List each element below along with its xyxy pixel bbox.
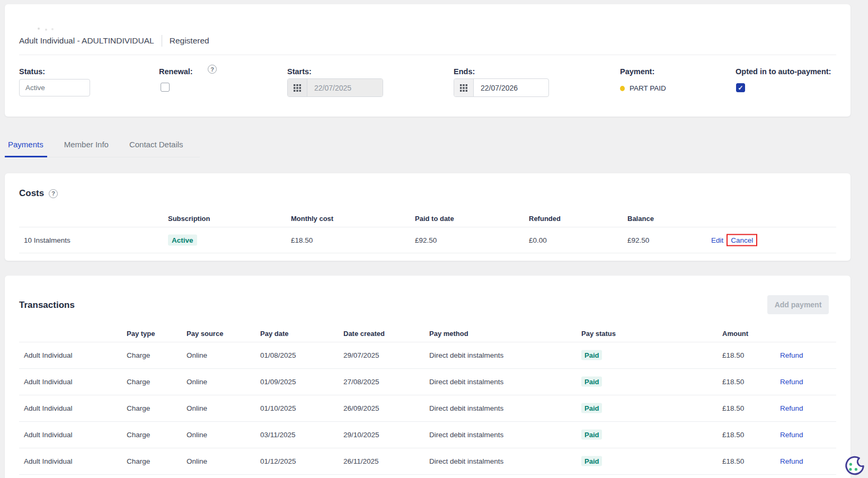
trans-date-created: 26/09/2025 bbox=[343, 404, 379, 412]
trans-name: Adult Individual bbox=[24, 457, 73, 465]
trans-col-pay-status: Pay status bbox=[581, 330, 616, 338]
trans-name: Adult Individual bbox=[24, 378, 73, 386]
table-row: Adult Individual Charge Online 01/08/202… bbox=[5, 342, 851, 368]
edit-link[interactable]: Edit bbox=[711, 236, 723, 244]
pay-status-badge: Paid bbox=[581, 456, 602, 466]
renewal-checkbox[interactable] bbox=[161, 83, 170, 92]
starts-date-value: 22/07/2025 bbox=[307, 79, 383, 96]
costs-paid-to-date: £92.50 bbox=[415, 236, 437, 244]
trans-name: Adult Individual bbox=[24, 404, 73, 412]
renewal-label: Renewal: bbox=[159, 67, 193, 76]
trans-pay-type: Charge bbox=[127, 404, 150, 412]
trans-col-pay-date: Pay date bbox=[260, 330, 288, 338]
tab-bar: Payments Member Info Contact Details bbox=[5, 140, 201, 149]
trans-pay-type: Charge bbox=[127, 378, 150, 386]
trans-col-date-created: Date created bbox=[343, 330, 385, 338]
trans-pay-date: 03/11/2025 bbox=[260, 431, 296, 439]
refund-link[interactable]: Refund bbox=[780, 404, 803, 412]
ends-label: Ends: bbox=[454, 67, 475, 76]
trans-name: Adult Individual bbox=[24, 431, 73, 439]
costs-header-divider bbox=[19, 227, 836, 227]
trans-pay-type: Charge bbox=[127, 351, 150, 359]
trans-pay-type: Charge bbox=[127, 457, 150, 465]
transactions-card: Transactions Add payment Pay type Pay so… bbox=[5, 276, 851, 478]
refund-link[interactable]: Refund bbox=[780, 457, 803, 465]
trans-pay-source: Online bbox=[187, 378, 207, 386]
costs-monthly-cost: £18.50 bbox=[291, 236, 313, 244]
membership-page: { "header_card": { "membership_title": "… bbox=[0, 0, 868, 478]
starts-label: Starts: bbox=[287, 67, 312, 76]
costs-card: Costs ? Subscription Monthly cost Paid t… bbox=[5, 173, 851, 261]
renewal-help-icon[interactable]: ? bbox=[208, 65, 217, 74]
active-tab-underline bbox=[5, 156, 47, 157]
table-row: Adult Individual Charge Online 01/12/202… bbox=[5, 448, 851, 474]
costs-col-refunded: Refunded bbox=[529, 215, 561, 223]
tab-member-info[interactable]: Member Info bbox=[64, 140, 109, 149]
refund-link[interactable]: Refund bbox=[780, 351, 803, 359]
pay-status-badge: Paid bbox=[581, 350, 602, 360]
trans-pay-method: Direct debit instalments bbox=[429, 457, 503, 465]
costs-col-monthly-cost: Monthly cost bbox=[291, 215, 333, 223]
trans-date-created: 27/08/2025 bbox=[343, 378, 379, 386]
add-payment-button[interactable]: Add payment bbox=[767, 295, 829, 314]
calendar-grid-icon[interactable] bbox=[288, 79, 307, 96]
trans-pay-method: Direct debit instalments bbox=[429, 404, 503, 412]
ends-date-value: 22/07/2026 bbox=[474, 79, 548, 96]
trans-pay-source: Online bbox=[187, 431, 207, 439]
faded-text-artifact bbox=[38, 28, 40, 30]
trans-pay-source: Online bbox=[187, 404, 207, 412]
starts-date-input[interactable]: 22/07/2025 bbox=[287, 78, 383, 97]
cancel-link[interactable]: Cancel bbox=[731, 236, 753, 244]
costs-title-row: Costs ? bbox=[19, 188, 58, 199]
tab-contact-details[interactable]: Contact Details bbox=[129, 140, 183, 149]
trans-date-created: 29/10/2025 bbox=[343, 431, 379, 439]
trans-pay-method: Direct debit instalments bbox=[429, 378, 503, 386]
trans-name: Adult Individual bbox=[24, 351, 73, 359]
costs-col-subscription: Subscription bbox=[168, 215, 210, 223]
costs-bottom-divider bbox=[19, 253, 836, 253]
row-divider bbox=[19, 474, 836, 475]
transactions-title: Transactions bbox=[19, 300, 75, 311]
trans-amount: £18.50 bbox=[722, 431, 744, 439]
costs-col-balance: Balance bbox=[627, 215, 654, 223]
costs-refunded: £0.00 bbox=[529, 236, 547, 244]
status-label: Status: bbox=[19, 67, 45, 76]
table-row: Adult Individual Charge Online 01/10/202… bbox=[5, 395, 851, 421]
trans-pay-date: 01/10/2025 bbox=[260, 404, 296, 412]
pay-status-badge: Paid bbox=[581, 403, 602, 413]
trans-col-pay-source: Pay source bbox=[187, 330, 223, 338]
trans-pay-date: 01/08/2025 bbox=[260, 351, 296, 359]
trans-pay-source: Online bbox=[187, 351, 207, 359]
costs-actions: EditCancel bbox=[711, 236, 757, 244]
status-input[interactable]: Active bbox=[19, 79, 90, 96]
transactions-title-row: Transactions bbox=[19, 300, 75, 311]
trans-col-pay-method: Pay method bbox=[429, 330, 468, 338]
pay-status-badge: Paid bbox=[581, 430, 602, 440]
refund-link[interactable]: Refund bbox=[780, 431, 803, 439]
trans-pay-type: Charge bbox=[127, 431, 150, 439]
trans-col-amount: Amount bbox=[722, 330, 748, 338]
header-divider bbox=[19, 55, 836, 55]
cookie-icon bbox=[844, 455, 866, 477]
trans-amount: £18.50 bbox=[722, 351, 744, 359]
trans-pay-method: Direct debit instalments bbox=[429, 431, 503, 439]
costs-help-icon[interactable]: ? bbox=[49, 189, 58, 198]
table-row: Adult Individual Charge Online 03/11/202… bbox=[5, 421, 851, 448]
auto-payment-label: Opted in to auto-payment: bbox=[736, 67, 831, 76]
trans-pay-date: 01/12/2025 bbox=[260, 457, 296, 465]
cancel-highlight-box: Cancel bbox=[727, 234, 757, 246]
trans-pay-method: Direct debit instalments bbox=[429, 351, 503, 359]
calendar-grid-icon[interactable] bbox=[454, 79, 474, 96]
cookie-consent-widget[interactable] bbox=[844, 455, 866, 477]
registration-status: Registered bbox=[170, 36, 209, 46]
refund-link[interactable]: Refund bbox=[780, 378, 803, 386]
title-divider bbox=[162, 35, 162, 47]
costs-row-name: 10 Instalments bbox=[24, 236, 70, 244]
part-paid-dot-icon bbox=[620, 86, 625, 91]
payment-status-value: PART PAID bbox=[630, 84, 666, 92]
costs-title: Costs bbox=[19, 188, 44, 199]
trans-date-created: 26/11/2025 bbox=[343, 457, 379, 465]
tab-payments[interactable]: Payments bbox=[8, 140, 43, 149]
ends-date-input[interactable]: 22/07/2026 bbox=[454, 78, 549, 97]
auto-payment-checkbox[interactable] bbox=[736, 83, 745, 92]
